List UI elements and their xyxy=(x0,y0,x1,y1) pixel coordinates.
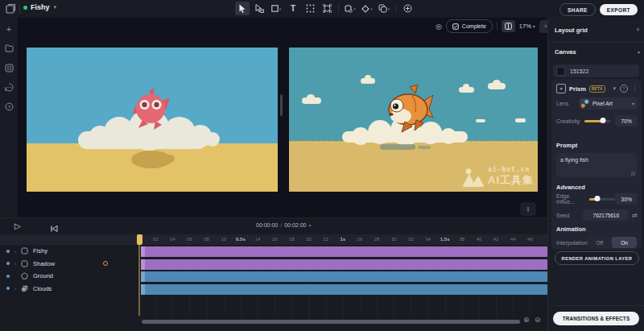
compare-splitter-handle[interactable] xyxy=(280,94,283,116)
edge-influence-value[interactable]: 30% xyxy=(615,193,638,205)
layer-row-fishy[interactable]: ›Fishy xyxy=(0,245,138,257)
track-bar-clouds[interactable] xyxy=(141,284,547,295)
chevron-down-icon[interactable]: ▾ xyxy=(638,49,640,55)
watermark: ai-bot.cn AI工具集 xyxy=(463,166,534,188)
lens-value: Pixel Art xyxy=(592,101,629,106)
project-menu[interactable]: Fishy ▾ xyxy=(23,3,56,11)
pixel-select-tool[interactable] xyxy=(303,2,317,15)
resize-grip-icon[interactable] xyxy=(631,172,635,176)
onion-skin-icon[interactable]: ◎ xyxy=(436,20,442,33)
layer-row-ground[interactable]: Ground xyxy=(0,270,138,282)
effects-tool[interactable]: ▾ xyxy=(360,2,374,15)
layer-expand-chevron[interactable]: › xyxy=(11,286,19,291)
next-panel-button[interactable]: › xyxy=(539,20,547,33)
interpolation-on-option[interactable]: On xyxy=(612,237,637,248)
shape-tool[interactable]: ▾ xyxy=(269,2,283,15)
chevron-down-icon[interactable]: ▾ xyxy=(613,85,616,92)
toolbar-divider xyxy=(395,4,396,13)
source-canvas-frame[interactable] xyxy=(27,48,278,192)
ruler-label: 04 xyxy=(170,237,175,242)
seed-label: Seed xyxy=(556,213,569,218)
add-plugin-tool[interactable] xyxy=(400,2,415,15)
ruler-label: 26 xyxy=(357,237,363,242)
add-icon[interactable]: + xyxy=(0,21,18,37)
share-button[interactable]: SHARE xyxy=(559,3,596,16)
collapse-canvas-button[interactable]: ▾ ▾ xyxy=(520,202,536,216)
seed-input[interactable]: 762175616 xyxy=(583,209,629,221)
chevron-down-icon: ▾ xyxy=(632,101,634,106)
help-icon[interactable]: ? xyxy=(620,85,628,93)
layer-name: Ground xyxy=(33,272,53,279)
prism-card: ✦ Prism BETA ▾ ? ⋮ Lens Pixel Art ▾ Crea… xyxy=(551,79,642,250)
watermark-line2: AI工具集 xyxy=(488,173,534,188)
layer-type-icon xyxy=(21,247,28,254)
track-bar-fishy[interactable] xyxy=(141,246,547,257)
layer-expand-chevron[interactable]: › xyxy=(11,249,19,254)
timeline-scrollbar[interactable] xyxy=(142,320,520,324)
timeline-ruler[interactable]: 02040608100.5s14161820221s26283032341.5s… xyxy=(0,234,547,245)
lens-dropdown[interactable]: Pixel Art ▾ xyxy=(579,97,638,110)
ruler-label: 40 xyxy=(477,237,482,242)
transport-bar: ▷ 00:00:00 / 00:02:00 ▾ xyxy=(0,218,547,234)
interpolation-off-option[interactable]: Off xyxy=(588,237,613,248)
pink-fish xyxy=(133,88,170,130)
kebab-menu-icon[interactable]: ⋮ xyxy=(632,85,638,92)
creativity-slider[interactable] xyxy=(584,120,611,122)
text-tool[interactable]: T xyxy=(286,2,300,15)
canvas-stage[interactable]: ai-bot.cn AI工具集 ◎ Complete 17% ▾ › xyxy=(18,18,547,217)
keyframe-indicator[interactable] xyxy=(103,261,108,266)
track-bar-head xyxy=(141,246,145,257)
track-bar-ground[interactable] xyxy=(141,271,547,282)
ruler-label: 06 xyxy=(187,237,192,242)
timeline-zoom-out-icon[interactable]: ⊖ xyxy=(535,316,541,324)
creativity-label: Creativity xyxy=(556,118,580,124)
creativity-value[interactable]: 70% xyxy=(615,115,638,126)
playhead-handle[interactable] xyxy=(137,234,142,245)
render-canvas-frame[interactable]: ai-bot.cn AI工具集 xyxy=(289,48,538,192)
text-tool-glyph: T xyxy=(291,4,295,13)
layer-color-dot xyxy=(6,275,10,278)
render-animation-layer-button[interactable]: RENDER ANIMATION LAYER xyxy=(555,251,639,265)
track-bar-shadow[interactable] xyxy=(141,259,547,270)
help-icon[interactable]: ? xyxy=(0,98,18,114)
chevron-right-icon: › xyxy=(545,23,547,30)
layer-row-shadow[interactable]: ›Shadow xyxy=(0,258,138,270)
properties-panel: Layout grid + Canvas ▾ 151522 ✦ Prism BE… xyxy=(547,18,644,331)
prompt-text: a flying fish xyxy=(560,157,588,163)
effects-tool-caret-icon: ▾ xyxy=(370,6,373,11)
timecode-dropdown[interactable]: 00:00:00 / 00:02:00 ▾ xyxy=(256,222,311,228)
color-swatch[interactable] xyxy=(556,67,565,76)
playhead-line xyxy=(138,245,140,316)
layer-row-clouds[interactable]: ›Clouds xyxy=(0,283,138,295)
boolean-tool[interactable]: ▾ xyxy=(377,2,391,15)
add-layout-grid-icon[interactable]: + xyxy=(636,26,640,34)
track-area[interactable] xyxy=(138,245,547,317)
prompt-textarea[interactable]: a flying fish xyxy=(556,153,637,177)
layer-color-dot xyxy=(6,287,10,290)
select-tool[interactable] xyxy=(235,2,250,15)
shuffle-seed-icon[interactable]: ⇄ xyxy=(632,212,638,219)
zoom-dropdown[interactable]: 17% ▾ xyxy=(519,23,535,30)
app-window: Fishy ▾ ▾ T xyxy=(0,0,644,331)
time-separator: / xyxy=(280,222,282,228)
frame-tool[interactable]: ▾ xyxy=(343,2,357,15)
node-select-tool[interactable] xyxy=(252,2,266,15)
complete-button[interactable]: Complete xyxy=(446,19,493,33)
export-button[interactable]: EXPORT xyxy=(600,4,638,15)
complete-label: Complete xyxy=(462,23,486,29)
edge-influence-slider[interactable] xyxy=(589,198,616,201)
timeline-zoom-in-icon[interactable]: ⊕ xyxy=(523,316,530,324)
folder-icon[interactable] xyxy=(0,40,18,56)
split-view-button[interactable] xyxy=(502,20,515,32)
prism-header[interactable]: ✦ Prism BETA ▾ ? ⋮ xyxy=(556,84,638,93)
play-button[interactable]: ▷ xyxy=(14,221,21,230)
assets-icon[interactable] xyxy=(0,60,18,76)
interpolation-toggle[interactable]: Off On xyxy=(588,237,637,248)
rotate-tool[interactable] xyxy=(320,2,334,15)
comments-icon[interactable] xyxy=(0,79,18,95)
chevron-down-icon: ▾ xyxy=(527,209,530,212)
transitions-effects-button[interactable]: TRANSITIONS & EFFECTS xyxy=(553,312,639,325)
app-logo-icon[interactable] xyxy=(5,3,16,14)
canvas-color-input[interactable]: 151522 xyxy=(553,64,639,77)
layer-expand-chevron[interactable]: › xyxy=(11,261,19,266)
